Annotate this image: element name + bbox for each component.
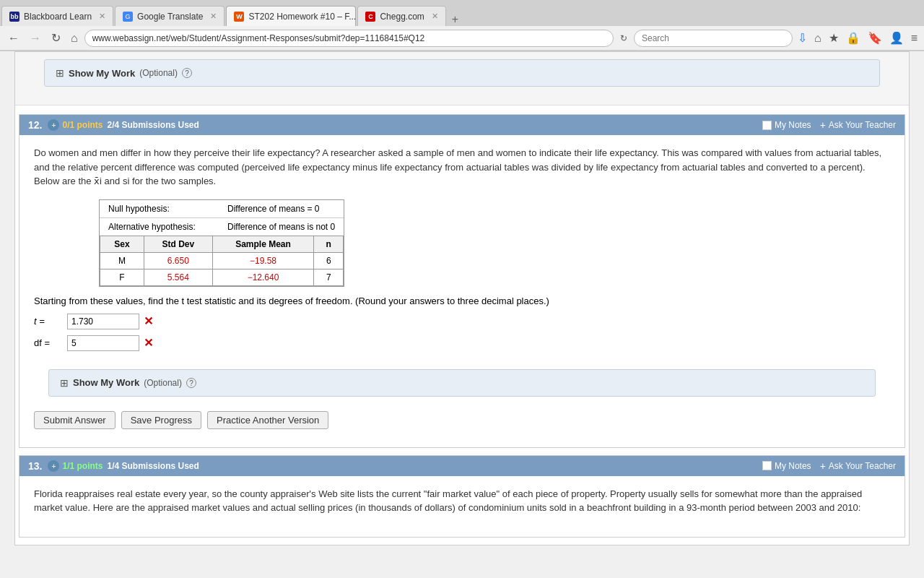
- q12-alt-label: Alternative hypothesis:: [108, 222, 220, 232]
- refresh-button[interactable]: ↻: [616, 32, 631, 45]
- q12-alt-row: Alternative hypothesis: Difference of me…: [100, 218, 344, 236]
- submit-answer-button[interactable]: Submit Answer: [34, 411, 116, 429]
- q12-row-m: M 6.650 −19.58 6: [100, 252, 344, 269]
- q13-ask-teacher-button[interactable]: + Ask Your Teacher: [820, 460, 896, 472]
- question-13: 13. + 1/1 points 1/4 Submissions Used My…: [19, 455, 905, 538]
- q12-df-label: df =: [34, 337, 63, 348]
- nav-bar: ← → ↻ ⌂ ↻ ⇩ ⌂ ★ 🔒 🔖 👤 ≡: [0, 26, 924, 51]
- top-smw-help-icon[interactable]: ?: [182, 68, 192, 78]
- new-tab-button[interactable]: +: [446, 13, 464, 26]
- top-smw-header: ⊞ Show My Work (Optional) ?: [56, 67, 868, 79]
- search-input[interactable]: [634, 30, 793, 47]
- page-wrapper: bb Blackboard Learn ✕ G Google Translate…: [0, 0, 924, 578]
- q13-notes-label: My Notes: [775, 461, 811, 471]
- q12-alt-value: Difference of means is not 0: [227, 222, 335, 232]
- q12-df-input[interactable]: [67, 335, 139, 351]
- q12-notes-checkbox[interactable]: [762, 121, 772, 130]
- q12-t-wrong-icon: ✕: [144, 314, 153, 328]
- practice-another-button[interactable]: Practice Another Version: [207, 411, 328, 429]
- tab-chegg[interactable]: C Chegg.com ✕: [357, 6, 445, 26]
- q12-null-label: Null hypothesis:: [108, 204, 220, 214]
- q13-header-right: My Notes + Ask Your Teacher: [762, 460, 896, 472]
- home-button[interactable]: ⌂: [67, 30, 82, 46]
- q12-question-text: Do women and men differ in how they perc…: [34, 146, 890, 189]
- q12-df-wrong-icon: ✕: [144, 336, 153, 350]
- q12-notes-button[interactable]: My Notes: [762, 120, 811, 130]
- q12-points-badge[interactable]: +: [48, 119, 59, 131]
- q12-null-row: Null hypothesis: Difference of means = 0: [100, 200, 344, 218]
- top-show-my-work-section: ⊞ Show My Work (Optional) ?: [44, 59, 880, 87]
- q13-header: 13. + 1/1 points 1/4 Submissions Used My…: [19, 456, 905, 476]
- q12-cell-stddev-m: 6.650: [144, 252, 213, 269]
- q12-smw-optional: (Optional): [144, 378, 182, 388]
- q12-t-row: t = ✕: [34, 314, 890, 329]
- q12-smw-title: Show My Work: [73, 377, 139, 388]
- q13-body: Florida reappraises real estate every ye…: [19, 476, 905, 537]
- menu-icon[interactable]: ≡: [909, 30, 920, 46]
- tab-blackboard-close[interactable]: ✕: [99, 12, 105, 21]
- q12-row-f: F 5.564 −12.640 7: [100, 269, 344, 285]
- q12-cell-sex-m: M: [100, 252, 144, 269]
- spacer-1: [15, 105, 909, 114]
- top-smw-icon[interactable]: ⊞: [56, 67, 64, 79]
- tab-blackboard[interactable]: bb Blackboard Learn ✕: [1, 6, 113, 26]
- forward-button[interactable]: →: [26, 30, 45, 46]
- q12-cell-n-m: 6: [314, 252, 344, 269]
- q12-action-buttons: Submit Answer Save Progress Practice Ano…: [34, 411, 890, 429]
- home-icon[interactable]: ⌂: [812, 30, 824, 46]
- q12-cell-mean-m: −19.58: [212, 252, 314, 269]
- star-icon[interactable]: ★: [827, 30, 841, 46]
- q13-question-text: Florida reappraises real estate every ye…: [34, 487, 890, 515]
- top-show-my-work-area: ⊞ Show My Work (Optional) ?: [15, 52, 909, 105]
- top-smw-title: Show My Work: [69, 68, 135, 79]
- q12-null-value: Difference of means = 0: [227, 204, 320, 214]
- q13-points-badge[interactable]: +: [48, 460, 59, 472]
- q13-notes-button[interactable]: My Notes: [762, 461, 811, 471]
- question-12: 12. + 0/1 points 2/4 Submissions Used My…: [19, 114, 905, 448]
- q12-col-stddev: Std Dev: [144, 236, 213, 252]
- reload-button[interactable]: ↻: [48, 30, 64, 46]
- tab-chegg-close[interactable]: ✕: [432, 12, 438, 21]
- q12-ask-teacher-button[interactable]: + Ask Your Teacher: [820, 119, 896, 131]
- q12-points-text: 0/1 points: [62, 120, 103, 130]
- tab-st202[interactable]: W ST202 Homework #10 – F... ✕: [226, 6, 356, 26]
- profile-icon[interactable]: 👤: [887, 30, 906, 46]
- page-content: ⊞ Show My Work (Optional) ? 12. + 0/1 po…: [14, 51, 910, 545]
- q12-header: 12. + 0/1 points 2/4 Submissions Used My…: [19, 115, 905, 135]
- q13-points-text: 1/1 points: [62, 461, 103, 471]
- tab-bar: bb Blackboard Learn ✕ G Google Translate…: [0, 0, 924, 26]
- back-button[interactable]: ←: [4, 30, 23, 46]
- q13-ask-label: Ask Your Teacher: [829, 461, 896, 471]
- q12-submissions: 2/4 Submissions Used: [107, 120, 199, 130]
- q12-header-right: My Notes + Ask Your Teacher: [762, 119, 896, 131]
- q12-hypothesis-box: Null hypothesis: Difference of means = 0…: [99, 199, 344, 287]
- q12-smw-help-icon[interactable]: ?: [186, 378, 196, 388]
- q12-instruction: Starting from these values, find the t t…: [34, 296, 890, 306]
- save-progress-button[interactable]: Save Progress: [121, 411, 201, 429]
- tab-translate-label: Google Translate: [137, 12, 203, 22]
- q12-t-input[interactable]: [67, 314, 139, 329]
- q12-smw-expand-icon[interactable]: ⊞: [60, 377, 69, 389]
- q12-show-my-work: ⊞ Show My Work (Optional) ?: [48, 369, 876, 397]
- q12-t-italic: t: [34, 316, 37, 327]
- browser-chrome: bb Blackboard Learn ✕ G Google Translate…: [0, 0, 924, 51]
- q12-col-sex: Sex: [100, 236, 144, 252]
- tab-blackboard-label: Blackboard Learn: [24, 12, 92, 22]
- q12-col-mean: Sample Mean: [212, 236, 314, 252]
- q12-ask-label: Ask Your Teacher: [829, 120, 896, 130]
- q12-notes-label: My Notes: [775, 120, 811, 130]
- top-smw-optional: (Optional): [139, 68, 178, 78]
- q13-ask-plus: +: [820, 460, 826, 472]
- tab-translate[interactable]: G Google Translate ✕: [115, 6, 225, 26]
- tab-translate-close[interactable]: ✕: [210, 12, 217, 21]
- q13-notes-checkbox[interactable]: [762, 461, 772, 470]
- q12-cell-n-f: 7: [314, 269, 344, 285]
- q12-t-label: t =: [34, 316, 63, 327]
- lock-icon[interactable]: 🔒: [844, 30, 863, 46]
- q12-number: 12.: [28, 119, 42, 131]
- download-icon[interactable]: ⇩: [796, 30, 809, 46]
- address-bar[interactable]: [84, 30, 614, 47]
- tab-chegg-label: Chegg.com: [380, 12, 424, 22]
- bookmark-icon[interactable]: 🔖: [866, 30, 884, 46]
- q12-data-table: Sex Std Dev Sample Mean n M 6.650: [100, 236, 344, 286]
